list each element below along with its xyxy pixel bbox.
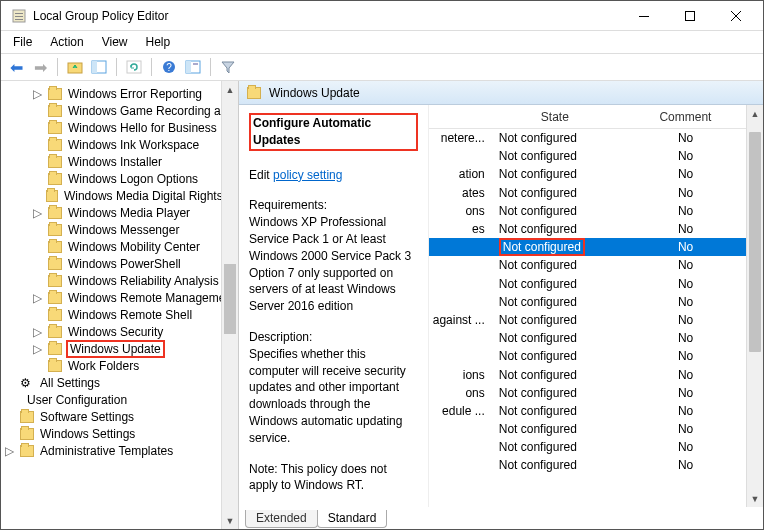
tab-extended[interactable]: Extended xyxy=(245,510,318,528)
tree-item[interactable]: Windows Remote Shell xyxy=(19,306,238,323)
list-header[interactable]: State Comment xyxy=(429,105,746,129)
tree-item[interactable]: ▷Windows Update xyxy=(19,340,238,357)
tree-item[interactable]: Windows Ink Workspace xyxy=(19,136,238,153)
titlebar: Local Group Policy Editor xyxy=(1,1,763,31)
tree-item-label: All Settings xyxy=(38,376,102,390)
tree-item[interactable]: ▷Windows Error Reporting xyxy=(19,85,238,102)
expand-icon[interactable]: ▷ xyxy=(5,444,16,458)
folder-icon xyxy=(48,292,62,304)
tree-item[interactable]: Windows PowerShell xyxy=(19,255,238,272)
list-row[interactable]: esNot configuredNo xyxy=(429,220,746,238)
menu-view[interactable]: View xyxy=(94,33,136,51)
cell-name: ation xyxy=(429,167,485,181)
folder-icon xyxy=(48,139,62,151)
tree-item[interactable]: Windows Hello for Business xyxy=(19,119,238,136)
tree-item[interactable]: Windows Logon Options xyxy=(19,170,238,187)
tree-item[interactable]: ⚙All Settings xyxy=(5,374,238,391)
refresh-icon[interactable] xyxy=(125,58,143,76)
cell-state: Not configured xyxy=(485,331,625,345)
app-icon xyxy=(11,8,27,24)
content-title: Windows Update xyxy=(269,86,360,100)
tree-item[interactable]: Windows Game Recording and xyxy=(19,102,238,119)
maximize-button[interactable] xyxy=(667,1,713,31)
tree-item[interactable]: ▷Administrative Templates xyxy=(5,442,238,459)
tree-item[interactable]: Windows Messenger xyxy=(19,221,238,238)
cell-state: Not configured xyxy=(485,368,625,382)
folder-icon xyxy=(48,309,62,321)
list-row[interactable]: onsNot configuredNo xyxy=(429,202,746,220)
cell-comment: No xyxy=(625,149,746,163)
tab-standard[interactable]: Standard xyxy=(317,510,388,528)
tree-item[interactable]: Software Settings xyxy=(5,408,238,425)
show-tree-icon[interactable] xyxy=(90,58,108,76)
menubar: File Action View Help xyxy=(1,31,763,53)
list-row[interactable]: Not configuredNo xyxy=(429,438,746,456)
list-row[interactable]: Not configuredNo xyxy=(429,456,746,474)
tree-item[interactable]: Windows Installer xyxy=(19,153,238,170)
expand-icon[interactable]: ▷ xyxy=(33,342,44,356)
cell-state: Not configured xyxy=(485,295,625,309)
list-row[interactable]: ationNot configuredNo xyxy=(429,165,746,183)
cell-name: ons xyxy=(429,204,485,218)
folder-up-icon[interactable] xyxy=(66,58,84,76)
list-row[interactable]: onsNot configuredNo xyxy=(429,384,746,402)
cell-comment: No xyxy=(625,331,746,345)
list-scrollbar[interactable]: ▲ ▼ xyxy=(746,105,763,507)
tree-item[interactable]: Windows Reliability Analysis xyxy=(19,272,238,289)
column-comment[interactable]: Comment xyxy=(625,110,746,124)
tree-scrollbar[interactable]: ▲ ▼ xyxy=(221,81,238,529)
tree-item[interactable]: Windows Media Digital Rights M xyxy=(19,187,238,204)
cell-name: against ... xyxy=(429,313,485,327)
window: Local Group Policy Editor File Action Vi… xyxy=(0,0,764,530)
list-row[interactable]: Not configuredNo xyxy=(429,420,746,438)
column-state[interactable]: State xyxy=(485,110,625,124)
forward-icon[interactable]: ➡ xyxy=(31,58,49,76)
list-row[interactable]: Not configuredNo xyxy=(429,147,746,165)
policy-setting-link[interactable]: policy setting xyxy=(273,168,342,182)
tree-item[interactable]: Work Folders xyxy=(19,357,238,374)
tree-item[interactable]: ▷Windows Remote Management xyxy=(19,289,238,306)
expand-icon[interactable]: ▷ xyxy=(33,206,44,220)
expand-icon[interactable]: ▷ xyxy=(33,87,44,101)
list-row[interactable]: Not configuredNo xyxy=(429,256,746,274)
cell-comment: No xyxy=(625,313,746,327)
close-button[interactable] xyxy=(713,1,759,31)
tree-item[interactable]: ▷Windows Security xyxy=(19,323,238,340)
tree-item[interactable]: ▷Windows Media Player xyxy=(19,204,238,221)
expand-icon[interactable]: ▷ xyxy=(33,325,44,339)
svg-rect-4 xyxy=(639,16,649,17)
cell-state: Not configured xyxy=(485,131,625,145)
cell-name: ates xyxy=(429,186,485,200)
list-row[interactable]: Not configuredNo xyxy=(429,347,746,365)
help-icon[interactable]: ? xyxy=(160,58,178,76)
tree-item-label: Windows Ink Workspace xyxy=(66,138,201,152)
tree-pane[interactable]: ▷Windows Error ReportingWindows Game Rec… xyxy=(1,81,239,529)
folder-icon xyxy=(48,173,62,185)
list-row[interactable]: Not configuredNo xyxy=(429,238,746,256)
filter-icon[interactable] xyxy=(219,58,237,76)
menu-action[interactable]: Action xyxy=(42,33,91,51)
list-row[interactable]: Not configuredNo xyxy=(429,275,746,293)
list-row[interactable]: edule ...Not configuredNo xyxy=(429,402,746,420)
list-row[interactable]: Not configuredNo xyxy=(429,293,746,311)
minimize-button[interactable] xyxy=(621,1,667,31)
folder-icon xyxy=(48,326,62,338)
tree-item[interactable]: Windows Mobility Center xyxy=(19,238,238,255)
list-row[interactable]: atesNot configuredNo xyxy=(429,184,746,202)
menu-file[interactable]: File xyxy=(5,33,40,51)
list-row[interactable]: Not configuredNo xyxy=(429,329,746,347)
list-row[interactable]: ionsNot configuredNo xyxy=(429,365,746,383)
menu-help[interactable]: Help xyxy=(138,33,179,51)
cell-state: Not configured xyxy=(485,204,625,218)
back-icon[interactable]: ⬅ xyxy=(7,58,25,76)
tree-item[interactable]: User Configuration xyxy=(1,391,238,408)
tree-item-label: Windows Messenger xyxy=(66,223,181,237)
expand-icon[interactable]: ▷ xyxy=(33,291,44,305)
list-row[interactable]: against ...Not configuredNo xyxy=(429,311,746,329)
settings-list[interactable]: State Comment netere...Not configuredNoN… xyxy=(429,105,746,507)
window-title: Local Group Policy Editor xyxy=(33,9,621,23)
properties-icon[interactable] xyxy=(184,58,202,76)
folder-icon xyxy=(48,258,62,270)
tree-item[interactable]: Windows Settings xyxy=(5,425,238,442)
list-row[interactable]: netere...Not configuredNo xyxy=(429,129,746,147)
